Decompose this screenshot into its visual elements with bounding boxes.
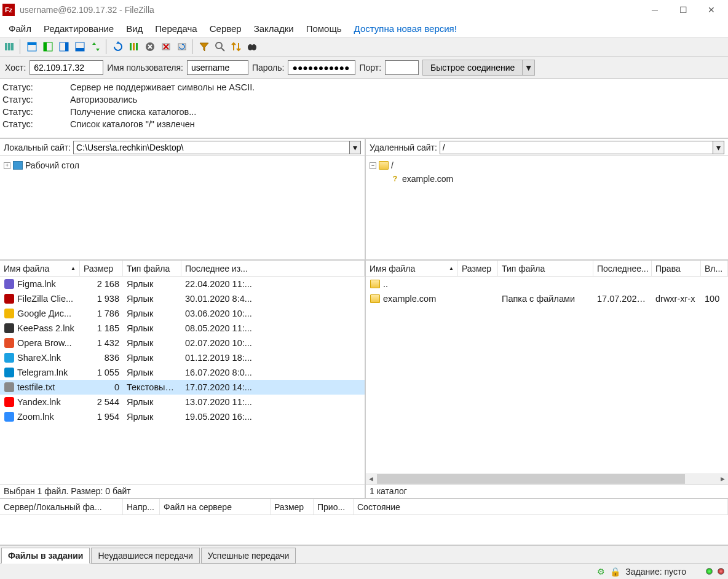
file-date: 03.06.2020 10:... <box>181 309 365 318</box>
qcol-dir[interactable]: Напр... <box>123 499 160 514</box>
file-type: Ярлык <box>123 294 181 304</box>
expand-icon[interactable]: + <box>4 162 10 169</box>
file-row[interactable]: Opera Brow...1 432Ярлык02.07.2020 10:... <box>0 336 365 350</box>
file-row[interactable]: KeePass 2.lnk1 185Ярлык08.05.2020 11:... <box>0 321 365 336</box>
toggle-remotetree-icon[interactable] <box>57 39 71 54</box>
menu-help[interactable]: Помощь <box>300 21 348 36</box>
file-row[interactable]: testfile.txt0Текстовый ...17.07.2020 14:… <box>0 380 365 395</box>
tab-failed[interactable]: Неудавшиеся передачи <box>91 548 199 564</box>
tree-node-root[interactable]: − / <box>370 159 724 172</box>
file-row[interactable]: example.comПапка с файлами17.07.2020 ...… <box>366 291 728 306</box>
qcol-size[interactable]: Размер <box>271 499 314 514</box>
remote-list-header: Имя файла▲ Размер Тип файла Последнее...… <box>366 261 728 277</box>
quick-connect-dropdown[interactable]: ▼ <box>523 60 535 76</box>
log-msg: Получение списка каталогов... <box>70 106 196 118</box>
remote-h-scrollbar[interactable]: ◀ ▶ <box>366 473 728 484</box>
file-row[interactable]: .. <box>366 277 728 291</box>
file-perms: drwxr-xr-x <box>652 294 701 304</box>
disconnect-icon[interactable] <box>159 39 173 54</box>
minimize-button[interactable]: ─ <box>641 0 669 20</box>
menu-update[interactable]: Доступна новая версия! <box>348 21 463 36</box>
file-row[interactable]: Google Дис...1 786Ярлык03.06.2020 10:... <box>0 306 365 321</box>
file-row[interactable]: Zoom.lnk1 954Ярлык19.05.2020 16:... <box>0 409 365 424</box>
file-row[interactable]: Telegram.lnk1 055Ярлык16.07.2020 8:0... <box>0 365 365 380</box>
file-row[interactable]: Figma.lnk2 168Ярлык22.04.2020 11:... <box>0 277 365 291</box>
file-row[interactable]: Yandex.lnk2 544Ярлык13.07.2020 11:... <box>0 395 365 409</box>
menu-view[interactable]: Вид <box>120 21 149 36</box>
menu-bookmarks[interactable]: Закладки <box>248 21 300 36</box>
col-owner[interactable]: Вл... <box>701 261 728 276</box>
log-msg: Сервер не поддерживает символы не ASCII. <box>70 81 255 93</box>
tree-node-desktop[interactable]: + Рабочий стол <box>4 159 361 172</box>
col-type[interactable]: Тип файла <box>123 261 181 276</box>
svg-line-18 <box>221 48 224 51</box>
cancel-icon[interactable] <box>143 39 157 54</box>
remote-file-list[interactable]: ..example.comПапка с файлами17.07.2020 .… <box>366 277 728 473</box>
refresh-icon[interactable] <box>111 39 125 54</box>
menu-transfer[interactable]: Передача <box>149 21 203 36</box>
filezilla-icon: Fz <box>2 4 15 16</box>
file-name: Google Дис... <box>17 309 71 318</box>
qcol-remote[interactable]: Файл на сервере <box>160 499 271 514</box>
search-icon[interactable] <box>213 39 228 54</box>
col-perms[interactable]: Права <box>652 261 701 276</box>
col-size[interactable]: Размер <box>458 261 498 276</box>
lock-icon[interactable]: 🔒 <box>610 567 620 577</box>
col-size[interactable]: Размер <box>80 261 123 276</box>
menu-server[interactable]: Сервер <box>204 21 248 36</box>
quick-connect-button[interactable]: Быстрое соединение <box>422 60 523 76</box>
port-input[interactable] <box>385 60 419 75</box>
svg-rect-10 <box>76 48 84 51</box>
local-status: Выбран 1 файл. Размер: 0 байт <box>0 484 365 498</box>
col-date[interactable]: Последнее... <box>593 261 652 276</box>
qcol-prio[interactable]: Прио... <box>314 499 354 514</box>
tree-node-example[interactable]: ? example.com <box>370 172 724 186</box>
col-date[interactable]: Последнее из... <box>181 261 365 276</box>
queue-body[interactable] <box>0 515 728 545</box>
remote-path-dropdown[interactable]: ▾ <box>713 141 724 154</box>
local-path-dropdown[interactable]: ▾ <box>350 141 361 154</box>
maximize-button[interactable]: ☐ <box>669 0 697 20</box>
file-size: 1 786 <box>80 309 123 318</box>
qcol-state[interactable]: Состояние <box>354 499 728 514</box>
toggle-localtree-icon[interactable] <box>41 39 55 54</box>
remote-path-input[interactable] <box>440 141 713 154</box>
qcol-server[interactable]: Сервер/Локальный фа... <box>0 499 123 514</box>
sync-browse-icon[interactable] <box>89 39 103 54</box>
toggle-log-icon[interactable] <box>25 39 39 54</box>
log-panel[interactable]: Статус:Сервер не поддерживает символы не… <box>0 79 728 139</box>
tab-queued[interactable]: Файлы в задании <box>1 548 90 564</box>
col-name[interactable]: Имя файла▲ <box>0 261 80 276</box>
sitemanager-icon[interactable] <box>2 39 17 54</box>
file-name: KeePass 2.lnk <box>17 323 74 333</box>
file-row[interactable]: ShareX.lnk836Ярлык01.12.2019 18:... <box>0 350 365 365</box>
compare-icon[interactable] <box>229 39 243 54</box>
log-label: Статус: <box>2 118 70 130</box>
menu-edit[interactable]: Редактирование <box>38 21 120 36</box>
toolbar <box>0 37 728 57</box>
host-input[interactable] <box>30 60 103 75</box>
close-button[interactable]: ✕ <box>697 0 726 20</box>
filter-icon[interactable] <box>197 39 212 54</box>
gear-icon[interactable]: ⚙ <box>597 567 605 577</box>
tab-success[interactable]: Успешные передачи <box>201 548 296 564</box>
local-file-list[interactable]: Figma.lnk2 168Ярлык22.04.2020 11:...File… <box>0 277 365 484</box>
col-name[interactable]: Имя файла▲ <box>366 261 458 276</box>
remote-tree[interactable]: − / ? example.com <box>366 156 728 261</box>
local-path-input[interactable] <box>73 141 350 154</box>
process-queue-icon[interactable] <box>127 39 141 54</box>
file-type: Ярлык <box>123 279 181 289</box>
user-input[interactable] <box>187 60 248 75</box>
file-size: 1 954 <box>80 412 123 422</box>
file-date: 02.07.2020 10:... <box>181 338 365 348</box>
binoculars-icon[interactable] <box>245 39 259 54</box>
file-row[interactable]: FileZilla Clie...1 938Ярлык30.01.2020 8:… <box>0 291 365 306</box>
collapse-icon[interactable]: − <box>370 162 376 169</box>
col-type[interactable]: Тип файла <box>498 261 593 276</box>
file-size: 1 055 <box>80 368 123 377</box>
reconnect-icon[interactable] <box>175 39 189 54</box>
menu-file[interactable]: Файл <box>2 21 38 36</box>
local-tree[interactable]: + Рабочий стол <box>0 156 365 261</box>
toggle-queue-icon[interactable] <box>73 39 87 54</box>
pass-input[interactable] <box>288 60 355 75</box>
